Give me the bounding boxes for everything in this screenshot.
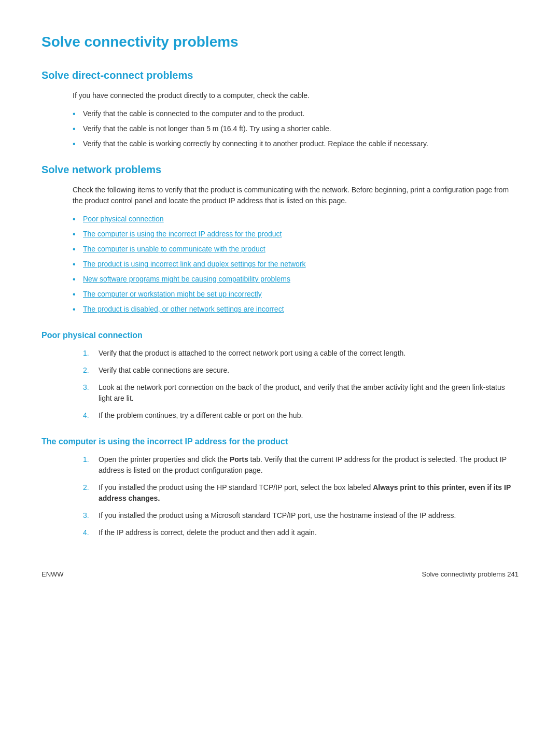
step-number: 2. (83, 482, 89, 493)
direct-connect-intro: If you have connected the product direct… (73, 90, 519, 101)
network-section-title: Solve network problems (41, 162, 519, 177)
list-item: The product is disabled, or other networ… (73, 304, 519, 315)
step-number: 1. (83, 454, 89, 465)
footer-left: ENWW (41, 569, 64, 580)
list-item: 2. Verify that cable connections are sec… (83, 365, 519, 376)
step-text: If the IP address is correct, delete the… (99, 528, 317, 537)
step-text: Verify that cable connections are secure… (99, 366, 229, 374)
step-number: 4. (83, 410, 89, 421)
step-text: If the problem continues, try a differen… (99, 411, 303, 419)
direct-connect-title: Solve direct-connect problems (41, 67, 519, 83)
network-section: Solve network problems Check the followi… (41, 162, 519, 315)
list-item: Poor physical connection (73, 214, 519, 224)
poor-physical-steps: 1. Verify that the product is attached t… (83, 348, 519, 421)
list-item: 1. Open the printer properties and click… (83, 454, 519, 476)
incorrect-ip-steps: 1. Open the printer properties and click… (83, 454, 519, 538)
network-link-list: Poor physical connection The computer is… (73, 214, 519, 315)
list-item: 3. If you installed the product using a … (83, 510, 519, 521)
bold-text: Always print to this printer, even if it… (99, 483, 511, 502)
list-item: The product is using incorrect link and … (73, 259, 519, 270)
bold-text: Ports (230, 455, 248, 463)
step-number: 1. (83, 348, 89, 359)
step-text: Look at the network port connection on t… (99, 383, 505, 402)
direct-connect-section: Solve direct-connect problems If you hav… (41, 67, 519, 149)
step-text: If you installed the product using the H… (99, 483, 511, 502)
page-title: Solve connectivity problems (41, 31, 519, 53)
workstation-link[interactable]: The computer or workstation might be set… (83, 290, 262, 298)
list-item: Verify that the cable is connected to th… (73, 108, 519, 119)
list-item: 2. If you installed the product using th… (83, 482, 519, 504)
incorrect-ip-title: The computer is using the incorrect IP a… (41, 435, 519, 448)
list-item: New software programs might be causing c… (73, 274, 519, 285)
network-intro: Check the following items to verify that… (73, 185, 519, 206)
step-text: Open the printer properties and click th… (99, 455, 507, 474)
footer-right: Solve connectivity problems 241 (422, 569, 519, 580)
list-item: The computer or workstation might be set… (73, 289, 519, 300)
step-number: 4. (83, 527, 89, 538)
list-item: 4. If the problem continues, try a diffe… (83, 410, 519, 421)
software-programs-link[interactable]: New software programs might be causing c… (83, 275, 290, 283)
poor-physical-section: Poor physical connection 1. Verify that … (41, 329, 519, 421)
step-number: 3. (83, 382, 89, 393)
step-number: 3. (83, 510, 89, 521)
step-text: If you installed the product using a Mic… (99, 511, 456, 519)
poor-physical-title: Poor physical connection (41, 329, 519, 342)
list-item: 3. Look at the network port connection o… (83, 382, 519, 404)
unable-communicate-link[interactable]: The computer is unable to communicate wi… (83, 245, 265, 253)
incorrect-ip-section: The computer is using the incorrect IP a… (41, 435, 519, 538)
incorrect-ip-link[interactable]: The computer is using the incorrect IP a… (83, 230, 282, 238)
incorrect-link-duplex-link[interactable]: The product is using incorrect link and … (83, 260, 306, 268)
list-item: The computer is unable to communicate wi… (73, 244, 519, 255)
poor-physical-link[interactable]: Poor physical connection (83, 215, 164, 223)
list-item: 1. Verify that the product is attached t… (83, 348, 519, 359)
list-item: Verify that the cable is not longer than… (73, 123, 519, 134)
direct-connect-bullet-list: Verify that the cable is connected to th… (73, 108, 519, 149)
page-footer: ENWW Solve connectivity problems 241 (41, 569, 519, 580)
step-number: 2. (83, 365, 89, 376)
list-item: 4. If the IP address is correct, delete … (83, 527, 519, 538)
product-disabled-link[interactable]: The product is disabled, or other networ… (83, 305, 284, 313)
step-text: Verify that the product is attached to t… (99, 349, 405, 357)
list-item: The computer is using the incorrect IP a… (73, 229, 519, 240)
list-item: Verify that the cable is working correct… (73, 138, 519, 149)
